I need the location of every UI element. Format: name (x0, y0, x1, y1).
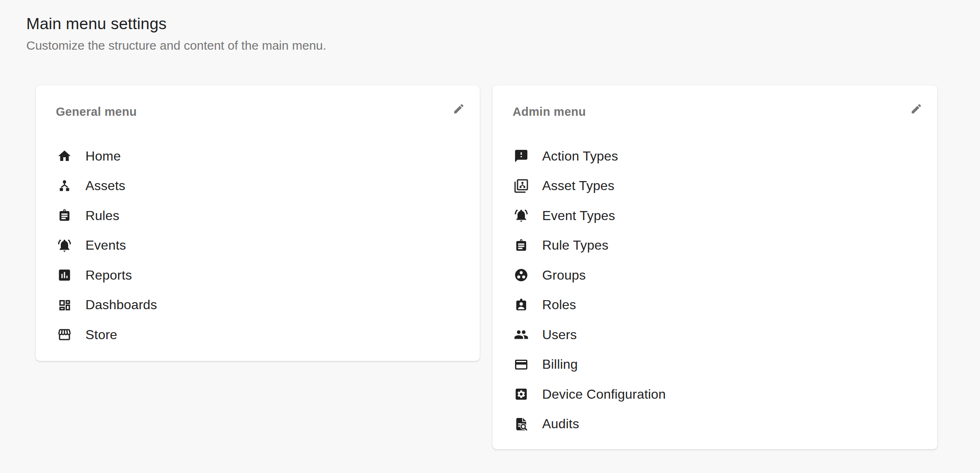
edit-button[interactable] (452, 102, 466, 116)
menu-item-label: Event Types (542, 208, 615, 223)
menu-item-label: Store (85, 327, 117, 342)
card-header: Admin menu (492, 85, 937, 141)
asset-types-icon (514, 179, 529, 193)
card-header: General menu (36, 85, 480, 141)
edit-button[interactable] (909, 102, 923, 116)
menu-item-label: Groups (542, 268, 586, 283)
menu-item-events[interactable]: Events (36, 231, 480, 261)
menu-item-reports[interactable]: Reports (36, 260, 480, 290)
page-title: Main menu settings (26, 16, 167, 32)
menu-list: HomeAssetsRulesEventsReportsDashboardsSt… (36, 141, 480, 350)
menu-item-billing[interactable]: Billing (492, 350, 937, 380)
menu-item-label: Rules (85, 208, 120, 223)
home-icon (57, 149, 72, 163)
admin-menu-card: Admin menu Action TypesAsset TypesEvent … (492, 85, 937, 449)
events-icon (57, 238, 72, 253)
billing-icon (514, 357, 529, 372)
menu-item-event-types[interactable]: Event Types (492, 201, 937, 231)
groups-icon (514, 268, 529, 282)
menu-item-label: Assets (85, 178, 125, 193)
store-icon (57, 327, 72, 342)
menu-item-asset-types[interactable]: Asset Types (492, 171, 937, 201)
menu-item-home[interactable]: Home (36, 141, 480, 171)
menu-item-label: Users (542, 327, 577, 342)
menu-item-label: Events (85, 238, 126, 253)
menu-item-label: Asset Types (542, 178, 614, 193)
menu-item-audits[interactable]: Audits (492, 409, 937, 439)
roles-icon (514, 298, 529, 312)
action-types-icon (514, 149, 529, 163)
menu-item-rules[interactable]: Rules (36, 201, 480, 231)
edit-pencil-icon (910, 110, 922, 116)
menu-item-label: Roles (542, 297, 576, 312)
menu-item-label: Home (85, 149, 121, 164)
device-configuration-icon (514, 387, 529, 402)
menu-item-label: Reports (85, 268, 132, 283)
menu-item-dashboards[interactable]: Dashboards (36, 290, 480, 320)
menu-item-action-types[interactable]: Action Types (492, 141, 937, 171)
rules-icon (57, 208, 72, 223)
reports-icon (57, 268, 72, 282)
menu-item-label: Dashboards (85, 297, 157, 312)
menu-item-groups[interactable]: Groups (492, 260, 937, 290)
menu-item-roles[interactable]: Roles (492, 290, 937, 320)
menu-item-store[interactable]: Store (36, 320, 480, 350)
users-icon (514, 327, 529, 342)
assets-icon (57, 179, 72, 193)
menu-item-assets[interactable]: Assets (36, 171, 480, 201)
rule-types-icon (514, 238, 529, 253)
card-title: Admin menu (513, 106, 586, 118)
menu-item-label: Action Types (542, 149, 618, 164)
menu-item-device-configuration[interactable]: Device Configuration (492, 379, 937, 409)
menu-item-label: Audits (542, 416, 579, 432)
menu-item-users[interactable]: Users (492, 320, 937, 350)
menu-list: Action TypesAsset TypesEvent TypesRule T… (492, 141, 937, 439)
page-subtitle: Customize the structure and content of t… (26, 39, 326, 52)
menu-item-rule-types[interactable]: Rule Types (492, 231, 937, 261)
event-types-icon (514, 208, 529, 223)
card-title: General menu (56, 106, 137, 118)
audits-icon (514, 417, 529, 432)
general-menu-card: General menu HomeAssetsRulesEventsReport… (36, 85, 480, 361)
menu-item-label: Billing (542, 357, 578, 372)
edit-pencil-icon (453, 110, 465, 116)
menu-item-label: Rule Types (542, 238, 609, 253)
dashboards-icon (57, 298, 72, 312)
menu-item-label: Device Configuration (542, 387, 666, 402)
